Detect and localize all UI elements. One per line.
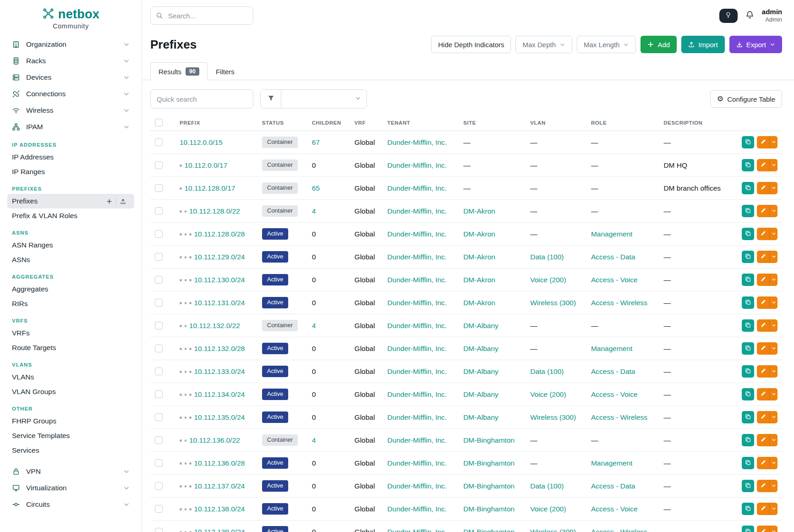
children-count-link[interactable]: 4 bbox=[312, 207, 316, 215]
edit-dropdown-button[interactable] bbox=[769, 136, 778, 148]
edit-dropdown-button[interactable] bbox=[769, 274, 778, 286]
edit-dropdown-button[interactable] bbox=[769, 411, 778, 423]
edit-button[interactable] bbox=[757, 136, 769, 148]
column-header-vlan[interactable]: VLAN bbox=[526, 115, 586, 131]
vlan-link[interactable]: Wireless (300) bbox=[530, 413, 576, 421]
edit-button[interactable] bbox=[757, 526, 769, 532]
site-link[interactable]: DM-Binghamton bbox=[463, 436, 515, 444]
column-header-status[interactable]: STATUS bbox=[257, 115, 307, 131]
role-link[interactable]: Access - Wireless bbox=[591, 299, 647, 307]
sidebar-item-organization[interactable]: Organization bbox=[7, 36, 134, 53]
vlan-link[interactable]: Voice (200) bbox=[530, 505, 566, 513]
tenant-link[interactable]: Dunder-Mifflin, Inc. bbox=[387, 276, 447, 284]
tenant-link[interactable]: Dunder-Mifflin, Inc. bbox=[387, 505, 447, 513]
prefix-link[interactable]: 10.112.135.0/24 bbox=[194, 413, 245, 421]
edit-button[interactable] bbox=[757, 274, 769, 286]
prefix-link[interactable]: 10.112.128.0/17 bbox=[185, 184, 235, 192]
role-link[interactable]: Management bbox=[591, 345, 632, 352]
configure-table-button[interactable]: ⚙ Configure Table bbox=[710, 90, 782, 108]
role-link[interactable]: Access - Data bbox=[591, 253, 635, 261]
site-link[interactable]: DM-Akron bbox=[463, 276, 495, 284]
max-length-dropdown[interactable]: Max Length bbox=[577, 36, 636, 53]
edit-dropdown-button[interactable] bbox=[769, 503, 778, 515]
tenant-link[interactable]: Dunder-Mifflin, Inc. bbox=[387, 459, 447, 467]
role-link[interactable]: Access - Voice bbox=[591, 505, 638, 513]
row-checkbox[interactable] bbox=[155, 528, 163, 532]
vlan-link[interactable]: Voice (200) bbox=[530, 276, 566, 284]
prefix-link[interactable]: 10.112.139.0/24 bbox=[194, 528, 245, 532]
site-link[interactable]: DM-Akron bbox=[463, 230, 495, 238]
vlan-link[interactable]: Data (100) bbox=[530, 482, 564, 490]
copy-button[interactable] bbox=[742, 480, 754, 492]
user-menu[interactable]: admin Admin bbox=[762, 8, 782, 23]
edit-dropdown-button[interactable] bbox=[769, 182, 778, 194]
column-header-vrf[interactable]: VRF bbox=[350, 115, 383, 131]
tenant-link[interactable]: Dunder-Mifflin, Inc. bbox=[387, 184, 447, 192]
sidebar-item-fhrp-groups[interactable]: FHRP Groups bbox=[7, 414, 134, 428]
tenant-link[interactable]: Dunder-Mifflin, Inc. bbox=[387, 230, 447, 238]
prefix-link[interactable]: 10.112.132.0/28 bbox=[194, 345, 245, 352]
prefix-link[interactable]: 10.112.130.0/24 bbox=[194, 276, 245, 284]
edit-button[interactable] bbox=[757, 411, 769, 423]
copy-button[interactable] bbox=[742, 251, 754, 263]
add-button[interactable]: Add bbox=[641, 36, 677, 53]
tenant-link[interactable]: Dunder-Mifflin, Inc. bbox=[387, 413, 447, 421]
vlan-link[interactable]: Voice (200) bbox=[530, 390, 566, 398]
copy-button[interactable] bbox=[742, 228, 754, 240]
prefix-link[interactable]: 10.112.136.0/28 bbox=[194, 459, 245, 467]
copy-button[interactable] bbox=[742, 296, 754, 309]
edit-dropdown-button[interactable] bbox=[769, 319, 778, 332]
edit-button[interactable] bbox=[757, 251, 769, 263]
column-header-tenant[interactable]: TENANT bbox=[383, 115, 459, 131]
edit-button[interactable] bbox=[757, 319, 769, 332]
netbox-logo[interactable]: netbox Community bbox=[7, 7, 134, 30]
vlan-link[interactable]: Wireless (300) bbox=[530, 299, 576, 307]
vlan-link[interactable]: Data (100) bbox=[530, 367, 564, 375]
site-link[interactable]: DM-Albany bbox=[463, 413, 498, 421]
vlan-link[interactable]: Data (100) bbox=[530, 253, 564, 261]
copy-button[interactable] bbox=[742, 342, 754, 355]
prefix-link[interactable]: 10.112.132.0/22 bbox=[189, 322, 240, 329]
sidebar-item-asn-ranges[interactable]: ASN Ranges bbox=[7, 238, 134, 252]
prefix-link[interactable]: 10.112.137.0/24 bbox=[194, 482, 245, 490]
role-link[interactable]: Management bbox=[591, 459, 632, 467]
max-depth-dropdown[interactable]: Max Depth bbox=[515, 36, 572, 53]
filter-button[interactable] bbox=[261, 90, 281, 108]
edit-dropdown-button[interactable] bbox=[769, 296, 778, 309]
copy-button[interactable] bbox=[742, 182, 754, 194]
vlan-link[interactable]: Wireless (300) bbox=[530, 528, 576, 532]
tenant-link[interactable]: Dunder-Mifflin, Inc. bbox=[387, 436, 447, 444]
prefix-link[interactable]: 10.112.138.0/24 bbox=[194, 505, 245, 513]
role-link[interactable]: Management bbox=[591, 230, 632, 238]
tenant-link[interactable]: Dunder-Mifflin, Inc. bbox=[387, 482, 447, 490]
site-link[interactable]: DM-Akron bbox=[463, 299, 495, 307]
column-header-children[interactable]: CHILDREN bbox=[307, 115, 350, 131]
edit-dropdown-button[interactable] bbox=[769, 251, 778, 263]
row-checkbox[interactable] bbox=[155, 138, 163, 146]
column-header-description[interactable]: DESCRIPTION bbox=[659, 115, 732, 131]
copy-button[interactable] bbox=[742, 411, 754, 423]
edit-button[interactable] bbox=[757, 342, 769, 355]
prefix-link[interactable]: 10.112.0.0/15 bbox=[180, 138, 223, 146]
tenant-link[interactable]: Dunder-Mifflin, Inc. bbox=[387, 299, 447, 307]
edit-button[interactable] bbox=[757, 159, 769, 171]
copy-button[interactable] bbox=[742, 526, 754, 532]
sidebar-item-virtualization[interactable]: Virtualization bbox=[7, 480, 134, 496]
sidebar-item-prefix-vlan-roles[interactable]: Prefix & VLAN Roles bbox=[7, 208, 134, 223]
tenant-link[interactable]: Dunder-Mifflin, Inc. bbox=[387, 367, 447, 375]
sidebar-item-aggregates[interactable]: Aggregates bbox=[7, 282, 134, 296]
site-link[interactable]: DM-Binghamton bbox=[463, 482, 515, 490]
row-checkbox[interactable] bbox=[155, 230, 163, 238]
row-checkbox[interactable] bbox=[155, 436, 163, 444]
site-link[interactable]: DM-Akron bbox=[463, 253, 495, 261]
edit-button[interactable] bbox=[757, 182, 769, 194]
sidebar-item-services[interactable]: Services bbox=[7, 443, 134, 458]
edit-dropdown-button[interactable] bbox=[769, 342, 778, 355]
edit-dropdown-button[interactable] bbox=[769, 205, 778, 217]
tenant-link[interactable]: Dunder-Mifflin, Inc. bbox=[387, 138, 447, 146]
edit-dropdown-button[interactable] bbox=[769, 365, 778, 378]
edit-dropdown-button[interactable] bbox=[769, 457, 778, 469]
row-checkbox[interactable] bbox=[155, 367, 163, 375]
row-checkbox[interactable] bbox=[155, 322, 163, 329]
role-link[interactable]: Access - Voice bbox=[591, 276, 638, 284]
